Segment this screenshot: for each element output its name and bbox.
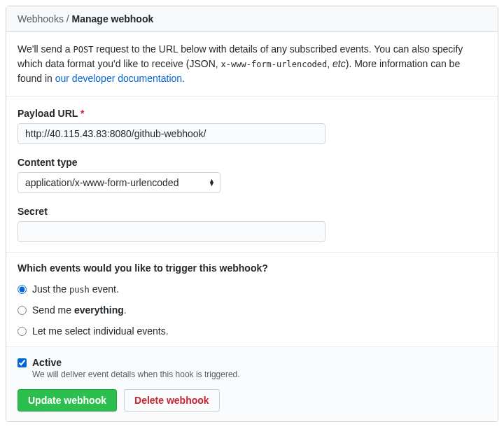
payload-url-label: Payload URL * xyxy=(18,108,486,119)
breadcrumb-separator: / xyxy=(66,13,69,24)
active-desc: We will deliver event details when this … xyxy=(32,370,240,379)
event-radio-everything[interactable] xyxy=(18,306,27,315)
event-option-individual[interactable]: Let me select individual events. xyxy=(18,325,486,337)
content-type-label: Content type xyxy=(18,157,486,168)
content-type-group: Content type application/x-www-form-urle… xyxy=(18,157,486,193)
payload-url-input[interactable] xyxy=(18,123,326,144)
urlencoded-code: x-www-form-urlencoded xyxy=(221,59,328,69)
intro-text: We'll send a POST request to the URL bel… xyxy=(18,42,486,86)
payload-url-group: Payload URL * xyxy=(18,108,486,144)
event-option-push[interactable]: Just the push event. xyxy=(18,283,486,295)
event-option-everything[interactable]: Send me everything. xyxy=(18,304,486,316)
form-section: Payload URL * Content type application/x… xyxy=(6,97,498,253)
events-section: Which events would you like to trigger t… xyxy=(6,253,498,347)
content-type-select[interactable]: application/x-www-form-urlencoded xyxy=(18,172,220,193)
secret-input[interactable] xyxy=(18,221,326,242)
events-heading: Which events would you like to trigger t… xyxy=(18,262,486,274)
post-code: POST xyxy=(73,45,93,55)
webhook-panel: Webhooks / Manage webhook We'll send a P… xyxy=(6,6,498,422)
secret-label: Secret xyxy=(18,206,486,217)
breadcrumb-current: Manage webhook xyxy=(72,13,154,24)
developer-docs-link[interactable]: our developer documentation xyxy=(55,73,182,84)
event-radio-push[interactable] xyxy=(18,285,27,294)
required-asterisk: * xyxy=(80,108,84,119)
active-checkbox-row[interactable]: Active We will deliver event details whe… xyxy=(18,357,486,379)
breadcrumb-parent[interactable]: Webhooks xyxy=(18,13,64,24)
panel-header: Webhooks / Manage webhook xyxy=(6,6,498,32)
intro-section: We'll send a POST request to the URL bel… xyxy=(6,32,498,97)
action-buttons: Update webhook Delete webhook xyxy=(18,389,486,412)
delete-webhook-button[interactable]: Delete webhook xyxy=(124,389,220,412)
active-section: Active We will deliver event details whe… xyxy=(6,347,498,421)
update-webhook-button[interactable]: Update webhook xyxy=(18,389,117,412)
active-label: Active xyxy=(32,357,240,368)
secret-group: Secret xyxy=(18,206,486,242)
active-checkbox[interactable] xyxy=(18,358,27,367)
content-type-select-wrap: application/x-www-form-urlencoded ▲▼ xyxy=(18,172,220,193)
event-radio-individual[interactable] xyxy=(18,327,27,336)
